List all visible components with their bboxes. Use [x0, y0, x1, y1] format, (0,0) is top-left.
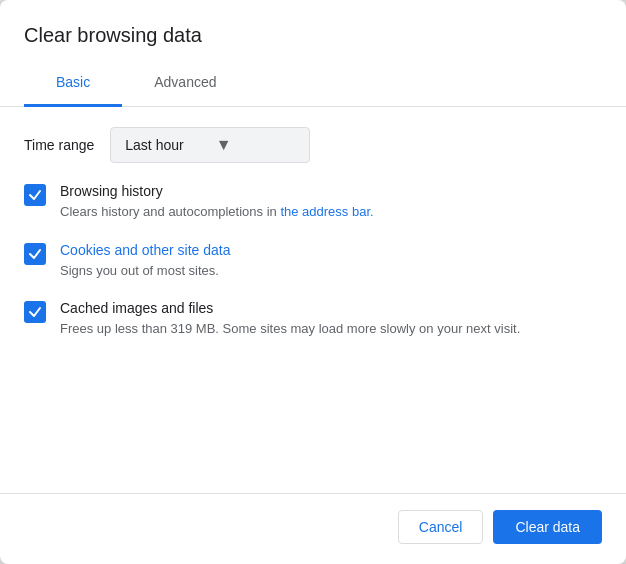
time-range-row: Time range Last hour ▼: [24, 127, 602, 163]
dialog-footer: Cancel Clear data: [0, 493, 626, 564]
dialog-title: Clear browsing data: [0, 0, 626, 47]
browsing-history-desc: Clears history and autocompletions in th…: [60, 202, 602, 222]
clear-data-button[interactable]: Clear data: [493, 510, 602, 544]
cookies-label: Cookies and other site data: [60, 242, 602, 258]
checkbox-cached: Cached images and files Frees up less th…: [24, 300, 602, 339]
checkmark-icon: [28, 247, 42, 261]
checkmark-icon: [28, 305, 42, 319]
tab-basic[interactable]: Basic: [24, 60, 122, 107]
cookies-desc: Signs you out of most sites.: [60, 261, 602, 281]
clear-browsing-data-dialog: Clear browsing data Basic Advanced Time …: [0, 0, 626, 564]
checkbox-browsing-history-input[interactable]: [24, 184, 46, 206]
tab-advanced[interactable]: Advanced: [122, 60, 248, 107]
time-range-label: Time range: [24, 137, 94, 153]
checkbox-browsing-history: Browsing history Clears history and auto…: [24, 183, 602, 222]
browsing-history-label: Browsing history: [60, 183, 602, 199]
checkbox-cookies: Cookies and other site data Signs you ou…: [24, 242, 602, 281]
dialog-content: Time range Last hour ▼ Browsing history …: [0, 107, 626, 493]
time-range-select[interactable]: Last hour ▼: [110, 127, 310, 163]
checkbox-cached-input[interactable]: [24, 301, 46, 323]
cached-desc: Frees up less than 319 MB. Some sites ma…: [60, 319, 602, 339]
checkbox-cookies-input[interactable]: [24, 243, 46, 265]
cancel-button[interactable]: Cancel: [398, 510, 484, 544]
tab-bar: Basic Advanced: [0, 59, 626, 107]
cached-label: Cached images and files: [60, 300, 602, 316]
time-range-value: Last hour: [125, 137, 183, 153]
checkmark-icon: [28, 188, 42, 202]
dropdown-arrow-icon: ▼: [216, 136, 232, 154]
